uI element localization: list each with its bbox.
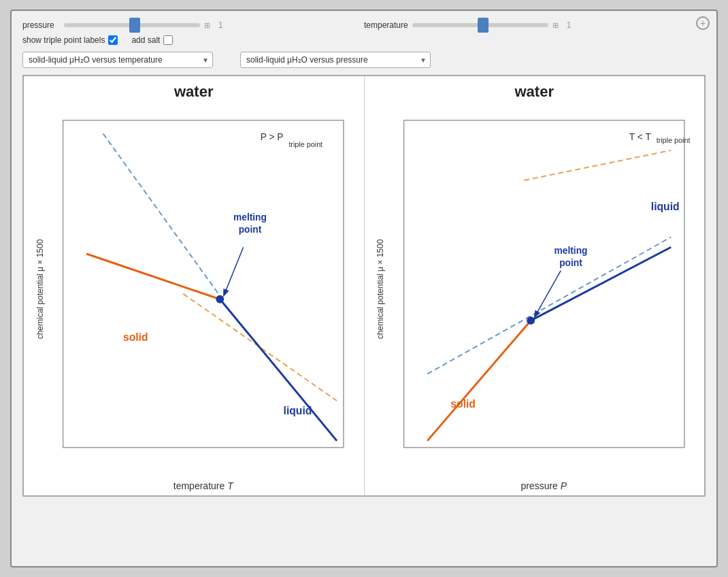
- left-condition-text: P > P: [261, 132, 284, 142]
- show-triple-checkbox[interactable]: [108, 35, 118, 45]
- pressure-slider-group: pressure ⊞ 1: [22, 20, 364, 30]
- right-graph-panel: water chemical potential μ × 1500 T < T …: [365, 76, 705, 495]
- right-graph-title: water: [515, 83, 554, 101]
- pressure-label: pressure: [22, 20, 60, 30]
- right-x-italic: P: [561, 480, 567, 491]
- pressure-slider-thumb[interactable]: [129, 18, 140, 33]
- plus-icon: +: [700, 18, 706, 29]
- right-x-axis-label: pressure P: [371, 478, 698, 495]
- left-dropdown[interactable]: solid-liquid μH₂O versus temperature sol…: [22, 52, 213, 68]
- add-salt-group: add salt: [131, 35, 173, 45]
- controls-row: pressure ⊞ 1 temperature ⊞ 1: [22, 20, 706, 30]
- pressure-value: 1: [218, 20, 223, 30]
- left-graph-panel: water chemical potential μ × 1500 P > P …: [24, 76, 365, 495]
- plus-circle-button[interactable]: +: [696, 16, 710, 30]
- right-liquid-label: liquid: [650, 201, 679, 212]
- left-melting-label2: point: [239, 225, 262, 235]
- left-melting-label: melting: [233, 212, 267, 222]
- right-melting-point-dot: [527, 316, 535, 325]
- left-x-italic: T: [227, 480, 233, 491]
- svg-rect-6: [403, 120, 684, 448]
- left-graph-title: water: [174, 83, 213, 101]
- temperature-slider-thumb[interactable]: [478, 18, 489, 33]
- left-graph-svg: P > P triple point: [50, 103, 357, 478]
- pressure-plus-icon: ⊞: [204, 21, 210, 30]
- right-dropdown-wrapper: solid-liquid μH₂O versus pressure solid-…: [240, 52, 431, 68]
- left-x-axis-label: temperature T: [31, 478, 357, 495]
- temperature-slider-track[interactable]: [412, 23, 548, 27]
- dropdowns-row: solid-liquid μH₂O versus temperature sol…: [22, 52, 706, 68]
- right-dropdown[interactable]: solid-liquid μH₂O versus pressure solid-…: [240, 52, 431, 68]
- show-triple-label: show triple point labels: [22, 35, 105, 45]
- left-y-axis-label: chemical potential μ × 1500: [35, 240, 45, 340]
- left-condition-sub: triple point: [288, 140, 322, 148]
- temperature-label: temperature: [364, 20, 408, 30]
- left-dropdown-wrapper: solid-liquid μH₂O versus temperature sol…: [22, 52, 213, 68]
- graphs-container: water chemical potential μ × 1500 P > P …: [22, 75, 706, 497]
- right-melting-label: melting: [554, 246, 587, 256]
- main-container: + pressure ⊞ 1 temperature ⊞ 1 show trip…: [10, 10, 718, 567]
- pressure-slider-track[interactable]: [64, 23, 200, 27]
- left-melting-point-dot: [216, 295, 224, 303]
- add-salt-checkbox[interactable]: [163, 35, 173, 45]
- right-solid-label: solid: [450, 398, 476, 410]
- add-salt-label: add salt: [131, 35, 160, 45]
- right-condition-sub: triple point: [656, 136, 690, 144]
- right-y-axis-label: chemical potential μ × 1500: [376, 240, 386, 340]
- temperature-plus-icon: ⊞: [552, 21, 559, 30]
- show-triple-group: show triple point labels: [22, 35, 118, 45]
- left-liquid-label: liquid: [284, 405, 312, 416]
- checkboxes-row: show triple point labels add salt: [22, 35, 706, 45]
- right-graph-svg: T < T triple point: [391, 103, 698, 478]
- right-melting-label2: point: [559, 258, 582, 268]
- temperature-value: 1: [567, 20, 572, 30]
- temperature-slider-group: temperature ⊞ 1: [364, 20, 706, 30]
- right-condition-text: T < T: [629, 132, 651, 142]
- left-solid-label: solid: [123, 331, 148, 343]
